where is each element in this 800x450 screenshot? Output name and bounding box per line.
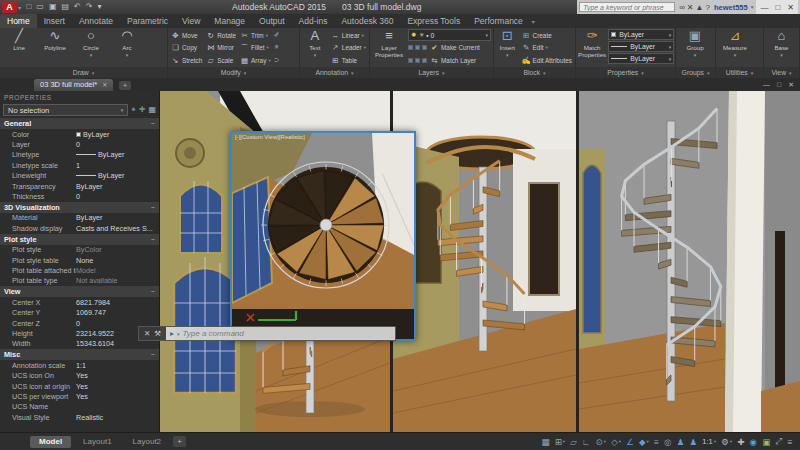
ribbon-button-arc[interactable]: ◠Arc▾ — [110, 29, 144, 58]
signin-user[interactable]: hewet555 — [714, 3, 748, 12]
save-icon[interactable]: ▣ — [46, 2, 59, 11]
ribbon-button-rotate[interactable]: ↻Rotate — [205, 29, 237, 42]
property-value-annotation-scale[interactable]: 1:1 — [76, 361, 86, 370]
status-grid-icon[interactable]: ▦ — [539, 437, 552, 447]
ribbon-button-group[interactable]: ▣Group▾ — [678, 29, 712, 58]
section-header-3d-visualization[interactable]: 3D Visualization− — [0, 202, 159, 213]
status-polar-tracking-icon[interactable]: ⊙▾ — [593, 437, 609, 447]
viewport-controls-label[interactable]: [-][Custom View][Realistic] — [235, 134, 305, 140]
status-annotation-autoscale-icon[interactable]: ♟ — [687, 437, 700, 447]
select-objects-icon[interactable]: ✛ — [139, 105, 146, 115]
property-row-annotation-scale[interactable]: Annotation scale1:1 — [0, 360, 159, 370]
new-file-icon[interactable]: □ — [24, 2, 34, 11]
ribbon-panel-title-annotation[interactable]: Annotation▾ — [300, 67, 369, 78]
collapse-icon[interactable]: − — [151, 235, 155, 244]
ribbon-panel-title-properties[interactable]: Properties▾ — [576, 67, 675, 78]
ribbon-button-linear[interactable]: ↔Linear▾ — [330, 29, 367, 42]
quick-select-icon[interactable]: ⌖ — [131, 105, 136, 115]
status-selection-cycling-icon[interactable]: ◎ — [662, 437, 675, 447]
ribbon-button-fillet[interactable]: ⌒Fillet▾ — [239, 42, 272, 55]
property-row-ucs-icon-at-origin[interactable]: UCS icon at originYes — [0, 381, 159, 391]
tab-manage[interactable]: Manage — [207, 14, 252, 28]
property-row-plot-style-table[interactable]: Plot style tableNone — [0, 255, 159, 265]
property-row-visual-style[interactable]: Visual StyleRealistic — [0, 412, 159, 422]
undo-icon[interactable]: ↶ — [72, 2, 84, 11]
tab-view[interactable]: View — [175, 14, 207, 28]
ribbon-panel-title-layers[interactable]: Layers▾ — [370, 67, 493, 78]
property-row-center-z[interactable]: Center Z0 — [0, 318, 159, 328]
property-value-center-z[interactable]: 0 — [76, 319, 80, 328]
ribbon-button-match-properties[interactable]: ✑Match Properties — [578, 29, 606, 59]
redo-icon[interactable]: ↷ — [83, 2, 95, 11]
layer-color-swatch[interactable]: ▪ — [426, 32, 428, 39]
property-value-width[interactable]: 15343.6104 — [76, 339, 114, 348]
layout-tab-layout2[interactable]: Layout2 — [124, 436, 170, 448]
status-annotation-visibility-icon[interactable]: ♟ — [674, 437, 687, 447]
property-value-plot-style-table[interactable]: None — [76, 256, 93, 265]
new-layout-button[interactable]: + — [173, 436, 186, 447]
property-value-plot-style[interactable]: ByColor — [76, 245, 102, 254]
tab-insert[interactable]: Insert — [37, 14, 72, 28]
property-row-linetype[interactable]: LinetypeByLayer — [0, 150, 159, 160]
ribbon-panel-title-draw[interactable]: Draw▾ — [0, 67, 167, 78]
restore-icon[interactable]: □ — [775, 3, 780, 12]
ribbon-panel-title-view[interactable]: View▾ — [764, 67, 799, 78]
property-value-thickness[interactable]: 0 — [76, 192, 80, 201]
ribbon-tab-overflow-caret-icon[interactable]: ▾ — [530, 18, 539, 28]
app-menu-caret-icon[interactable]: ▾ — [18, 4, 21, 11]
property-value-center-y[interactable]: 1069.747 — [76, 308, 106, 317]
layer-state-icon[interactable] — [408, 58, 413, 63]
selection-dropdown-caret-icon[interactable]: ▾ — [121, 107, 124, 113]
cmd-close-icon[interactable]: ✕ — [144, 329, 150, 338]
section-header-view[interactable]: View− — [0, 286, 159, 297]
search-input[interactable] — [579, 2, 675, 12]
property-value-plot-table-attached-to[interactable]: Model — [76, 266, 96, 275]
section-header-general[interactable]: General− — [0, 118, 159, 129]
ribbon-button-polyline[interactable]: ∿Polyline — [38, 29, 72, 52]
floating-viewport-scene[interactable] — [232, 133, 414, 339]
property-row-plot-table-type[interactable]: Plot table typeNot available — [0, 276, 159, 286]
vp-restore-icon[interactable]: □ — [777, 81, 781, 89]
property-row-linetype-scale[interactable]: Linetype scale1 — [0, 160, 159, 170]
status-snap-icon[interactable]: ⊞▾ — [552, 437, 568, 447]
property-row-thickness[interactable]: Thickness0 — [0, 191, 159, 201]
file-tab[interactable]: 03 3D full model* ✕ — [34, 79, 113, 91]
ribbon-panel-title-groups[interactable]: Groups▾ — [676, 67, 715, 78]
tab-autodesk-360[interactable]: Autodesk 360 — [334, 14, 400, 28]
recent-commands-caret-icon[interactable]: ▾ — [177, 331, 180, 337]
status-status-plus-icon[interactable]: ✚ — [735, 437, 747, 447]
status-object-snap-tracking-icon[interactable]: ∠ — [624, 437, 637, 447]
ribbon-button-scale[interactable]: ▱Scale — [205, 54, 237, 67]
dropdown-caret-icon[interactable]: ▾ — [669, 44, 672, 50]
autodesk360-icon[interactable]: ▲ — [695, 3, 705, 12]
property-value-visual-style[interactable]: Realistic — [76, 413, 103, 422]
tab-performance[interactable]: Performance — [467, 14, 530, 28]
ribbon-button-make-current[interactable]: ✔Make Current — [429, 42, 481, 55]
search-binoculars-icon[interactable]: ∞ — [678, 3, 686, 12]
command-line[interactable]: ✕⚒ ▸ ▾ Type a command — [138, 326, 396, 341]
vp-close-icon[interactable]: ✕ — [788, 81, 794, 89]
ribbon-button-measure[interactable]: ⊿Measure▾ — [718, 29, 752, 58]
open-icon[interactable]: ▭ — [34, 2, 47, 11]
tab-annotate[interactable]: Annotate — [72, 14, 120, 28]
erase-icon[interactable]: ✐ — [274, 31, 279, 39]
property-row-plot-table-attached-to[interactable]: Plot table attached toModel — [0, 265, 159, 275]
property-row-center-y[interactable]: Center Y1069.747 — [0, 307, 159, 317]
ribbon-panel-title-modify[interactable]: Modify▾ — [168, 67, 299, 78]
property-value-ucs-icon-on[interactable]: Yes — [76, 371, 88, 380]
dropdown-caret-icon[interactable]: ▾ — [485, 32, 488, 38]
status-isometric-drafting-icon[interactable]: ◇▾ — [609, 437, 624, 447]
signin-caret-icon[interactable]: ▾ — [751, 4, 754, 10]
property-value-material[interactable]: ByLayer — [76, 213, 102, 222]
layer-state-icon[interactable] — [408, 45, 413, 50]
property-row-height[interactable]: Height23214.9522 — [0, 328, 159, 338]
object-color-dropdown[interactable]: ByLayer▾ — [608, 29, 674, 40]
property-row-ucs-name[interactable]: UCS Name — [0, 402, 159, 412]
property-row-layer[interactable]: Layer0 — [0, 139, 159, 149]
property-row-lineweight[interactable]: LineweightByLayer — [0, 171, 159, 181]
property-value-plot-table-type[interactable]: Not available — [76, 276, 118, 285]
collapse-icon[interactable]: − — [151, 350, 155, 359]
status-ortho-icon[interactable]: ∟ — [579, 437, 593, 447]
ribbon-button-create[interactable]: ⊞Create — [521, 29, 573, 42]
layer-state-icon[interactable] — [422, 58, 427, 63]
